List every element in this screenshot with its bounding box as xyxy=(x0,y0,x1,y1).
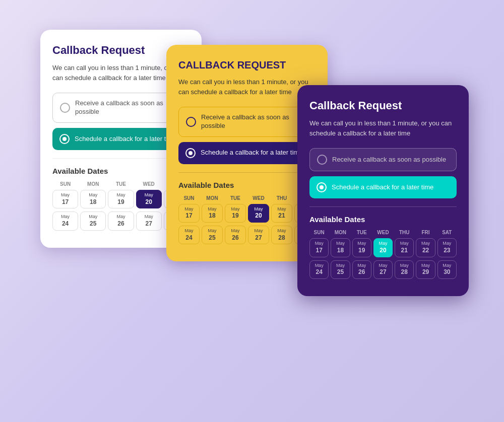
purple-cell-may17[interactable]: May17 xyxy=(309,238,329,257)
purple-card-title: Callback Request xyxy=(309,99,457,112)
card-purple: Callback Request We can call you in less… xyxy=(297,85,469,296)
yellow-option-1[interactable]: Receive a callback as soon as possible xyxy=(178,107,316,137)
purple-cell-may28[interactable]: May28 xyxy=(395,260,414,279)
yellow-radio-1-circle xyxy=(186,117,196,127)
purple-option-2-label: Schedule a callback for a later time xyxy=(332,183,433,192)
purple-cell-may30[interactable]: May30 xyxy=(437,260,457,279)
purple-calendar: SUN MON TUE WED THU FRI SAT May17 May18 … xyxy=(309,230,457,279)
yellow-calendar: SUN MON TUE WED THU FRI May17 May18 May1… xyxy=(178,195,316,245)
purple-radio-2-circle xyxy=(317,182,327,192)
purple-option-1[interactable]: Receive a callback as soon as possible xyxy=(309,148,457,171)
purple-radio-1-circle xyxy=(317,155,327,165)
purple-cell-may25[interactable]: May25 xyxy=(331,260,350,279)
purple-col-1: MON xyxy=(331,230,350,235)
purple-cell-may26[interactable]: May26 xyxy=(352,260,371,279)
yellow-col-4: THU xyxy=(271,195,292,201)
white-cell-may17[interactable]: May17 xyxy=(52,190,78,208)
yellow-cell-may18[interactable]: May18 xyxy=(202,204,223,223)
yellow-card-description: We can call you in less than 1 minute, o… xyxy=(178,77,316,97)
yellow-radio-2-circle xyxy=(185,148,196,158)
purple-col-2: TUE xyxy=(352,230,371,235)
purple-cell-may24[interactable]: May24 xyxy=(309,260,329,279)
white-cell-may24[interactable]: May24 xyxy=(52,212,78,230)
white-cell-may18[interactable]: May18 xyxy=(80,190,106,208)
yellow-cal-row-2: May24 May25 May26 May27 May28 May29 xyxy=(178,226,316,244)
purple-card-description: We can call you in less than 1 minute, o… xyxy=(309,118,457,138)
purple-divider xyxy=(309,206,457,207)
white-col-0: SUN xyxy=(52,181,78,187)
purple-col-3: WED xyxy=(373,230,393,235)
purple-option-1-label: Receive a callback as soon as possible xyxy=(332,156,446,164)
purple-cell-may19[interactable]: May19 xyxy=(352,238,371,257)
yellow-cell-may19[interactable]: May19 xyxy=(225,204,246,223)
purple-cal-row-1: May17 May18 May19 May20 May21 May22 May2… xyxy=(309,238,457,257)
white-radio-1-circle xyxy=(60,103,70,113)
yellow-cell-may21[interactable]: May21 xyxy=(271,204,292,223)
yellow-option-2[interactable]: Schedule a callback for a later time xyxy=(178,142,316,164)
purple-cell-may21[interactable]: May21 xyxy=(395,238,414,257)
yellow-col-0: SUN xyxy=(178,195,200,201)
yellow-option-1-label: Receive a callback as soon as possible xyxy=(201,113,308,130)
yellow-cal-header: SUN MON TUE WED THU FRI xyxy=(178,195,316,201)
yellow-cell-may27[interactable]: May27 xyxy=(248,226,269,244)
purple-dates-title: Available Dates xyxy=(309,215,457,224)
cards-container: Callback Request We can call you in less… xyxy=(25,15,479,407)
yellow-col-3: WED xyxy=(248,195,269,201)
purple-col-6: SAT xyxy=(437,230,457,235)
yellow-card-title: CALLBACK REQUEST xyxy=(178,59,316,71)
purple-cell-may29[interactable]: May29 xyxy=(416,260,435,279)
purple-cal-row-2: May24 May25 May26 May27 May28 May29 May3… xyxy=(309,260,457,279)
yellow-dates-title: Available Dates xyxy=(178,181,316,189)
yellow-cell-may28[interactable]: May28 xyxy=(271,226,292,244)
white-col-2: TUE xyxy=(108,181,134,187)
yellow-col-2: TUE xyxy=(225,195,246,201)
white-cell-may26[interactable]: May26 xyxy=(108,212,134,230)
purple-cell-may18[interactable]: May18 xyxy=(331,238,350,257)
yellow-cell-may25[interactable]: May25 xyxy=(202,226,223,244)
white-col-1: MON xyxy=(80,181,106,187)
yellow-cell-may20[interactable]: May20 xyxy=(248,204,269,223)
yellow-col-1: MON xyxy=(202,195,223,201)
purple-col-5: FRI xyxy=(416,230,435,235)
yellow-cell-may24[interactable]: May24 xyxy=(178,226,200,244)
white-cell-may20[interactable]: May20 xyxy=(136,190,162,208)
purple-cal-header: SUN MON TUE WED THU FRI SAT xyxy=(309,230,457,235)
white-option-2-label: Schedule a callback for a later time xyxy=(75,135,176,144)
purple-option-2[interactable]: Schedule a callback for a later time xyxy=(309,176,457,198)
yellow-cal-row-1: May17 May18 May19 May20 May21 May22 xyxy=(178,204,316,223)
purple-col-0: SUN xyxy=(309,230,329,235)
purple-cell-may23[interactable]: May23 xyxy=(437,238,457,257)
white-cell-may25[interactable]: May25 xyxy=(80,212,106,230)
purple-cell-may27[interactable]: May27 xyxy=(373,260,393,279)
white-radio-2-circle xyxy=(59,134,70,144)
yellow-divider xyxy=(178,172,316,173)
yellow-cell-may26[interactable]: May26 xyxy=(225,226,246,244)
white-cell-may27[interactable]: May27 xyxy=(136,212,162,230)
yellow-cell-may17[interactable]: May17 xyxy=(178,204,200,223)
purple-cell-may22[interactable]: May22 xyxy=(416,238,435,257)
white-col-3: WED xyxy=(136,181,162,187)
purple-cell-may20[interactable]: May20 xyxy=(373,238,393,257)
white-cell-may19[interactable]: May19 xyxy=(108,190,134,208)
yellow-option-2-label: Schedule a callback for a later time xyxy=(201,149,302,157)
purple-col-4: THU xyxy=(395,230,414,235)
